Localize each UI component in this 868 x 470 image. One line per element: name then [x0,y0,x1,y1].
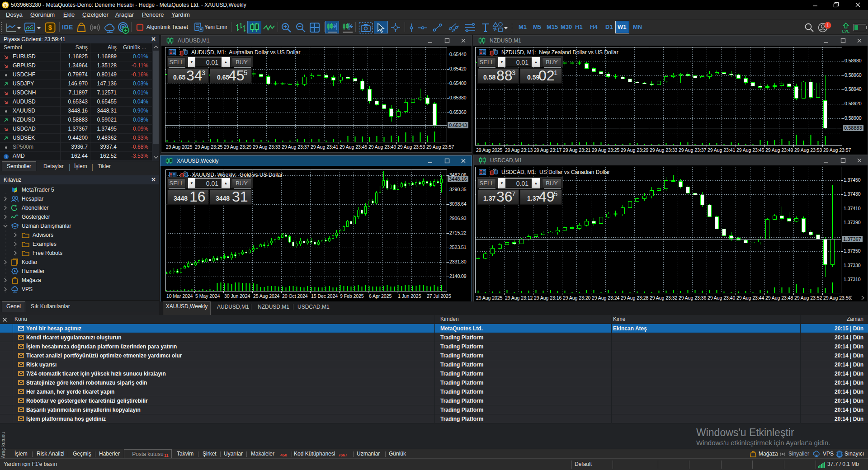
svg-text:1: 1 [826,23,829,28]
svg-text:$: $ [48,24,52,31]
svg-text:5: 5 [4,3,6,8]
svg-text:LVL: LVL [842,29,850,33]
